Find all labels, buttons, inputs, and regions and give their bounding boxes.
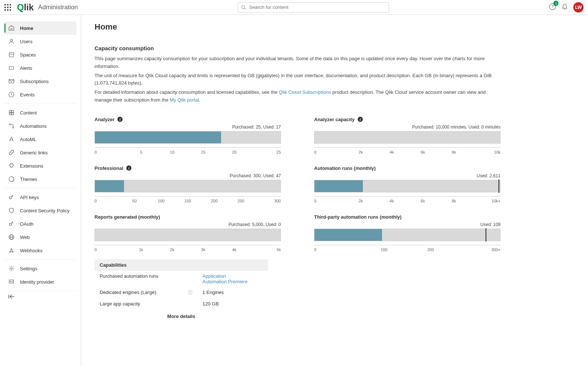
capabilities-header: Capabilities [94, 259, 268, 271]
sidebar-item-users[interactable]: Users [4, 35, 76, 48]
sidebar-item-label: Home [20, 25, 33, 31]
identity-provider-icon [8, 278, 15, 285]
search-input[interactable] [249, 4, 386, 10]
sidebar-item-label: Generic links [20, 150, 48, 155]
link-my-qlik-portal[interactable]: My Qlik portal [170, 97, 199, 103]
info-icon[interactable]: i [358, 117, 363, 122]
chart-third-party-automation: Third-party automation runs (monthly)Use… [314, 214, 501, 252]
cap-value: 120 GB [203, 301, 219, 307]
cap-link[interactable]: Automation Premiere [203, 279, 263, 284]
chart-automation-runs: Automation runs (monthly)Used: 2,61102k4… [314, 165, 501, 203]
sidebar-item-label: Events [20, 92, 35, 98]
chart-subtitle: Used: 2,611 [314, 173, 501, 178]
sidebar-item-label: Themes [20, 177, 37, 182]
chart-professional: ProfessionaliPurchased: 300, Used: 47050… [94, 165, 281, 203]
avatar[interactable]: LW [573, 2, 584, 13]
search-input-wrap[interactable] [238, 2, 389, 13]
more-details-button[interactable]: More details [94, 314, 268, 319]
chart-title: Professional [94, 165, 123, 171]
sidebar-item-extensions[interactable]: Extensions [4, 159, 76, 172]
bar-track[interactable] [314, 180, 501, 192]
sidebar-item-label: Webhooks [20, 248, 42, 253]
bar-track[interactable] [94, 180, 281, 192]
svg-point-9 [242, 5, 245, 8]
chart-title: Third-party automation runs (monthly) [314, 214, 402, 220]
sidebar-item-label: Identity provider [20, 279, 54, 285]
help-badge: 4 [553, 1, 558, 6]
svg-rect-22 [9, 113, 11, 115]
sidebar-item-identity-provider[interactable]: Identity provider [4, 275, 76, 288]
collapse-sidebar-icon[interactable] [0, 291, 81, 303]
help-icon[interactable]: ? 4 [549, 3, 556, 11]
sidebar-item-label: Extensions [20, 163, 44, 169]
sidebar-item-label: Subscriptions [20, 79, 49, 84]
sidebar-item-label: Content Security Policy [20, 208, 69, 213]
bell-icon[interactable] [561, 3, 568, 11]
intro-p1: This page summarizes capacity consumptio… [94, 55, 501, 71]
svg-rect-5 [10, 7, 11, 8]
svg-line-10 [244, 8, 246, 9]
sidebar-item-label: Spaces [20, 52, 36, 58]
webhooks-icon [8, 247, 15, 254]
sidebar-item-csp[interactable]: Content Security Policy [4, 204, 76, 217]
info-icon[interactable]: ⓘ [188, 290, 192, 295]
sidebar-item-label: Content [20, 110, 37, 116]
chart-axis: 050100150200250300 [94, 196, 281, 203]
sidebar-item-oauth[interactable]: OAuth [4, 217, 76, 230]
sidebar-item-api-keys[interactable]: API keys [4, 191, 76, 204]
sidebar-item-events[interactable]: Events [4, 88, 76, 101]
search-icon [241, 5, 246, 10]
themes-icon [8, 176, 15, 182]
sidebar-item-web[interactable]: Web [4, 230, 76, 244]
app-launcher-icon[interactable] [4, 4, 11, 11]
content-icon [8, 109, 15, 116]
sidebar-item-generic-links[interactable]: Generic links [4, 146, 76, 159]
sidebar-item-content[interactable]: Content [4, 106, 76, 119]
svg-rect-3 [4, 7, 6, 8]
sidebar-item-settings[interactable]: Settings [4, 262, 76, 275]
cap-value: 1 Engines [203, 290, 224, 295]
cap-link[interactable]: Application [203, 273, 263, 279]
table-row: Purchased automation runsApplicationAuto… [94, 271, 268, 287]
info-icon[interactable]: i [117, 117, 123, 122]
svg-rect-8 [10, 9, 11, 11]
svg-rect-14 [9, 52, 14, 57]
intro-p3: For detailed information about capacity … [94, 89, 501, 104]
svg-rect-23 [12, 113, 14, 115]
bar-track[interactable] [314, 131, 501, 144]
bar-track[interactable] [314, 229, 501, 241]
svg-point-24 [9, 124, 10, 125]
bar-fill [314, 229, 382, 241]
svg-point-28 [9, 223, 11, 226]
sidebar-item-subscriptions[interactable]: Subscriptions [4, 75, 76, 88]
sidebar-item-home[interactable]: Home [4, 21, 76, 35]
svg-text:?: ? [551, 4, 554, 9]
spaces-icon [8, 51, 15, 58]
sidebar-item-webhooks[interactable]: Webhooks [4, 244, 76, 257]
sidebar: HomeUsersSpacesAlertsSubscriptionsEvents… [0, 15, 81, 366]
chart-title: Reports generated (monthly) [94, 214, 160, 220]
sidebar-item-themes[interactable]: Themes [4, 172, 76, 186]
svg-point-37 [10, 281, 11, 282]
svg-rect-21 [12, 110, 14, 112]
chart-axis: 02k4k6k8k10k+ [314, 196, 501, 203]
cap-label: Dedicated engines (Large) [94, 287, 183, 298]
sidebar-item-label: Settings [20, 266, 37, 271]
chart-title: Analyzer [94, 117, 114, 122]
chart-reports-generated: Reports generated (monthly)Purchased: 5,… [94, 214, 281, 252]
sidebar-item-alerts[interactable]: Alerts [4, 61, 76, 75]
info-icon[interactable]: i [126, 165, 131, 171]
chart-title: Automation runs (monthly) [314, 165, 376, 171]
qlik-logo[interactable]: Qlik [17, 2, 34, 13]
sidebar-item-spaces[interactable]: Spaces [4, 48, 76, 61]
bar-track[interactable] [94, 131, 281, 144]
bar-fill [95, 131, 221, 143]
topbar: Qlik Administration ? 4 LW [0, 0, 588, 15]
csp-icon [8, 207, 15, 214]
svg-point-25 [13, 127, 14, 128]
link-qlik-cloud-subscriptions[interactable]: Qlik Cloud Subscriptions [279, 89, 331, 95]
sidebar-item-automl[interactable]: AutoML [4, 133, 76, 146]
sidebar-item-automations[interactable]: Automations [4, 119, 76, 133]
capabilities-table: Capabilities Purchased automation runsAp… [94, 259, 268, 309]
bar-track[interactable] [94, 229, 281, 241]
